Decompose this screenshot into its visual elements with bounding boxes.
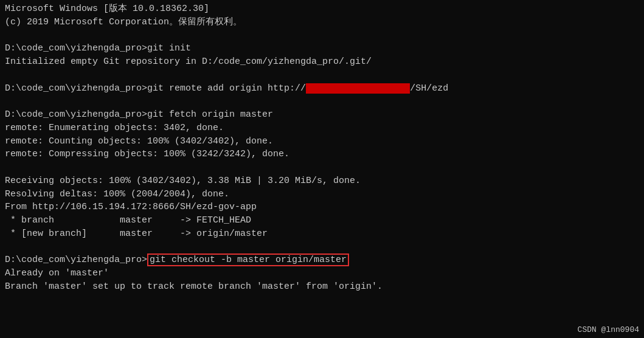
terminal-window: Microsoft Windows [版本 10.0.18362.30] (c)… xyxy=(0,0,644,338)
line-7-redacted: D:\code_com\yizhengda_pro>git remote add… xyxy=(5,82,639,95)
line-3-blank xyxy=(5,29,639,43)
line-16: From http://106.15.194.172:8666/SH/ezd-g… xyxy=(5,201,639,214)
line-13-blank xyxy=(5,161,639,174)
line-4: D:\code_com\yizhengda_pro>git init xyxy=(5,42,639,55)
line-2: (c) 2019 Microsoft Corporation。保留所有权利。 xyxy=(5,16,639,29)
line-10: remote: Enumerating objects: 3402, done. xyxy=(5,122,639,135)
watermark: CSDN @lnn0904 xyxy=(578,325,639,334)
git-checkout-command: git checkout -b master origin/master xyxy=(147,254,349,266)
line-14: Receiving objects: 100% (3402/3402), 3.3… xyxy=(5,174,639,188)
line-1: Microsoft Windows [版本 10.0.18362.30] xyxy=(5,2,639,16)
line-19-blank xyxy=(5,241,639,254)
line-21: Already on 'master' xyxy=(5,267,639,280)
line-12: remote: Compressing objects: 100% (3242/… xyxy=(5,148,639,161)
line-5: Initialized empty Git repository in D:/c… xyxy=(5,55,639,69)
line-17: * branch master -> FETCH_HEAD xyxy=(5,214,639,227)
line-6-blank xyxy=(5,69,639,82)
line-11: remote: Counting objects: 100% (3402/340… xyxy=(5,135,639,148)
line-20-highlighted: D:\code_com\yizhengda_pro>git checkout -… xyxy=(5,254,639,267)
line-15: Resolving deltas: 100% (2004/2004), done… xyxy=(5,188,639,201)
line-22: Branch 'master' set up to track remote b… xyxy=(5,280,639,294)
line-9: D:\code_com\yizhengda_pro>git fetch orig… xyxy=(5,108,639,122)
line-8-blank xyxy=(5,95,639,108)
redacted-ip: 106.15.194.172:8666 xyxy=(306,83,410,94)
line-18: * [new branch] master -> origin/master xyxy=(5,227,639,241)
